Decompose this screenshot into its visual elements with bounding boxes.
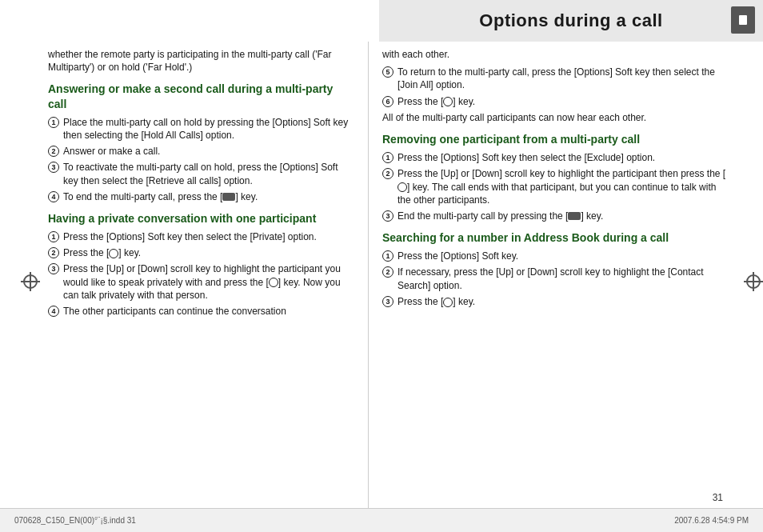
list-item: 3 Press the [] key. (382, 295, 731, 308)
header-title-area: Options during a call (379, 0, 763, 42)
item-text: Place the multi-party call on hold by pr… (63, 116, 354, 142)
list-item: 2 If necessary, press the [Up] or [Down]… (382, 266, 731, 291)
item-text: To reactivate the multi-party call on ho… (63, 161, 354, 186)
list-item: 2 Press the [] key. (48, 246, 354, 259)
header-bar: Options during a call (0, 0, 763, 42)
list-item: 4 To end the multi-party call, press the… (48, 190, 354, 203)
section3-heading: Removing one participant from a multi-pa… (382, 132, 731, 146)
item-text: End the multi-party call by pressing the… (397, 210, 731, 222)
number-3: 3 (382, 210, 393, 222)
left-intro-text: whether the remote party is participatin… (48, 48, 354, 74)
content-area: whether the remote party is participatin… (0, 42, 763, 508)
list-item: 3 End the multi-party call by pressing t… (382, 210, 731, 222)
item-text: Press the [Options] Soft key then select… (397, 151, 731, 164)
page-container: Options during a call whether the remote… (0, 0, 763, 532)
section4-heading: Searching for a number in Address Book d… (382, 230, 731, 245)
page-title: Options during a call (479, 10, 662, 31)
item-text: Press the [Up] or [Down] scroll key to h… (63, 262, 354, 302)
list-item: 3 Press the [Up] or [Down] scroll key to… (48, 262, 354, 302)
footer-bar: 070628_C150_EN(00)°¨¡§.indd 31 2007.6.28… (0, 508, 763, 532)
list-item: 1 Press the [Options] Soft key then sele… (382, 151, 731, 164)
para1-text: All of the multi-party call participants… (382, 111, 731, 124)
item-text: The other participants can continue the … (63, 305, 354, 318)
list-item: 6 Press the [] key. (382, 95, 731, 108)
item-text: Press the [] key. (397, 95, 731, 108)
item-text: To end the multi-party call, press the [… (63, 190, 354, 203)
footer-right-text: 2007.6.28 4:54:9 PM (674, 516, 749, 525)
item-text: Press the [Up] or [Down] scroll key to h… (397, 167, 731, 206)
list-item: 5 To return to the multi-party call, pre… (382, 66, 731, 91)
list-item: 3 To reactivate the multi-party call on … (48, 161, 354, 186)
item-text: If necessary, press the [Up] or [Down] s… (397, 266, 731, 291)
left-column: whether the remote party is participatin… (0, 42, 368, 508)
list-item: 2 Press the [Up] or [Down] scroll key to… (382, 167, 731, 206)
number-2: 2 (48, 247, 59, 258)
item-text: Press the [] key. (397, 295, 731, 308)
section2-heading: Having a private conversation with one p… (48, 211, 354, 226)
number-3: 3 (48, 263, 59, 274)
list-item: 4 The other participants can continue th… (48, 305, 354, 318)
number-3: 3 (382, 296, 393, 307)
item-text: Press the [Options] Soft key. (397, 250, 731, 262)
list-item: 2 Answer or make a call. (48, 145, 354, 158)
number-2: 2 (48, 146, 59, 157)
number-1: 1 (48, 231, 59, 242)
right-column: with each other. 5 To return to the mult… (368, 42, 763, 508)
item-text: Press the [Options] Soft key then select… (63, 230, 354, 243)
item-text: To return to the multi-party call, press… (397, 66, 731, 91)
page-number: 31 (713, 492, 723, 503)
section1-heading: Answering or make a second call during a… (48, 82, 354, 110)
item-text: Answer or make a call. (63, 145, 354, 158)
number-3: 3 (48, 162, 59, 173)
item-text: Press the [] key. (63, 246, 354, 259)
number-4: 4 (48, 191, 59, 202)
number-1: 1 (382, 250, 393, 262)
number-4: 4 (48, 306, 59, 317)
book-icon (731, 6, 755, 34)
list-item: 1 Place the multi-party call on hold by … (48, 116, 354, 142)
number-1: 1 (382, 152, 393, 163)
list-item: 1 Press the [Options] Soft key. (382, 250, 731, 262)
footer-left-text: 070628_C150_EN(00)°¨¡§.indd 31 (14, 516, 136, 525)
number-6: 6 (382, 96, 393, 107)
number-2: 2 (382, 266, 393, 278)
number-5: 5 (382, 66, 393, 78)
number-1: 1 (48, 117, 59, 128)
number-2: 2 (382, 168, 393, 179)
right-intro-text: with each other. (382, 48, 731, 61)
list-item: 1 Press the [Options] Soft key then sele… (48, 230, 354, 243)
